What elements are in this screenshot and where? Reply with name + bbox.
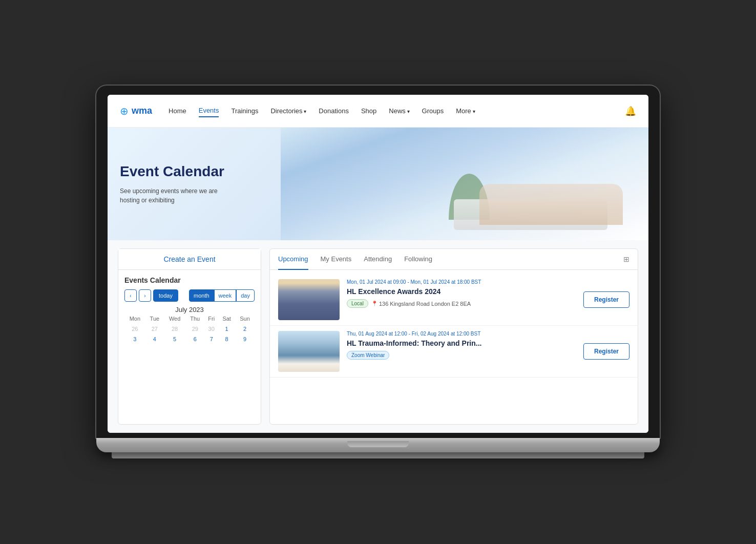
calendar-day[interactable]: 7 — [204, 334, 218, 344]
event-thumbnail-2 — [278, 331, 340, 372]
cal-header-mon: Mon — [124, 313, 145, 324]
calendar-nav-controls: ‹ › today — [124, 289, 178, 302]
hero-hands-decoration — [479, 184, 623, 225]
register-button-2[interactable]: Register — [583, 343, 629, 360]
cal-header-wed: Wed — [164, 313, 185, 324]
event-date-2: Thu, 01 Aug 2024 at 12:00 - Fri, 02 Aug … — [347, 331, 583, 337]
logo-icon: ⊕ — [120, 105, 129, 117]
cal-header-tue: Tue — [145, 313, 164, 324]
hero-image — [281, 128, 648, 240]
event-thumbnail-1 — [278, 279, 340, 320]
event-tag-local: Local — [347, 299, 368, 308]
event-address-1: 136 Kingsland Road London E2 8EA — [379, 301, 471, 307]
calendar-section: Events Calendar ‹ › today month week — [118, 270, 261, 350]
cal-header-sat: Sat — [218, 313, 235, 324]
logo[interactable]: ⊕ wma — [120, 105, 152, 117]
event-meta-1: Local 📍 136 Kingsland Road London E2 8EA — [347, 299, 583, 308]
hero-content: Event Calendar See upcoming events where… — [120, 163, 233, 205]
laptop-screen: ⊕ wma Home Events Trainings Directories … — [108, 95, 648, 433]
tab-my-events[interactable]: My Events — [321, 249, 352, 270]
calendar-prev-button[interactable]: ‹ — [124, 289, 137, 302]
calendar-month-label: July 2023 — [124, 306, 255, 313]
nav-shop[interactable]: Shop — [361, 105, 376, 117]
calendar-day-view-button[interactable]: day — [236, 289, 255, 302]
calendar-day[interactable]: 2 — [235, 324, 255, 334]
event-location-1: 📍 136 Kingsland Road London E2 8EA — [371, 301, 471, 307]
cal-header-sun: Sun — [235, 313, 255, 324]
tab-attending[interactable]: Attending — [364, 249, 392, 270]
cal-header-thu: Thu — [185, 313, 204, 324]
grid-view-icon[interactable]: ⊞ — [623, 255, 629, 263]
calendar-day[interactable]: 8 — [218, 334, 235, 344]
events-main: Upcoming My Events Attending Following ⊞ — [269, 248, 638, 425]
nav-items: Home Events Trainings Directories Donati… — [169, 104, 625, 117]
calendar-month-view-button[interactable]: month — [189, 289, 214, 302]
create-event-button[interactable]: Create an Event — [118, 249, 261, 270]
calendar-today-button[interactable]: today — [153, 289, 178, 302]
calendar-day[interactable]: 9 — [235, 334, 255, 344]
event-info-2: Thu, 01 Aug 2024 at 12:00 - Fri, 02 Aug … — [347, 331, 583, 360]
calendar-day[interactable]: 27 — [145, 324, 164, 334]
event-card-2: Thu, 01 Aug 2024 at 12:00 - Fri, 02 Aug … — [270, 326, 638, 378]
hero-banner: Event Calendar See upcoming events where… — [108, 128, 648, 240]
calendar-sidebar: Create an Event Events Calendar ‹ › toda… — [118, 248, 261, 425]
nav-events[interactable]: Events — [199, 104, 219, 117]
content-area: Create an Event Events Calendar ‹ › toda… — [108, 240, 648, 433]
events-list: Mon, 01 Jul 2024 at 09:00 - Mon, 01 Jul … — [270, 270, 638, 424]
nav-more[interactable]: More — [456, 105, 475, 117]
page: ⊕ wma Home Events Trainings Directories … — [108, 95, 648, 433]
location-pin-icon: 📍 — [371, 301, 377, 306]
calendar-day[interactable]: 6 — [185, 334, 204, 344]
calendar-week-view-button[interactable]: week — [214, 289, 237, 302]
event-meta-2: Zoom Webinar — [347, 351, 583, 360]
calendar-day[interactable]: 4 — [145, 334, 164, 344]
nav-donations[interactable]: Donations — [319, 105, 349, 117]
calendar-controls: ‹ › today month week day — [124, 289, 255, 302]
calendar-day[interactable]: 29 — [185, 324, 204, 334]
cal-header-fri: Fri — [204, 313, 218, 324]
calendar-grid: Mon Tue Wed Thu Fri Sat Sun — [124, 313, 255, 344]
laptop-base — [96, 438, 660, 452]
calendar-day[interactable]: 28 — [164, 324, 185, 334]
calendar-title: Events Calendar — [124, 276, 255, 284]
laptop-outer: ⊕ wma Home Events Trainings Directories … — [96, 86, 660, 458]
calendar-day[interactable]: 26 — [124, 324, 145, 334]
laptop-bezel: ⊕ wma Home Events Trainings Directories … — [96, 86, 660, 438]
nav-groups[interactable]: Groups — [422, 105, 444, 117]
calendar-day[interactable]: 1 — [218, 324, 235, 334]
register-button-1[interactable]: Register — [583, 291, 629, 308]
calendar-next-button[interactable]: › — [139, 289, 151, 302]
hero-subtitle: See upcoming events where we are hosting… — [120, 186, 233, 205]
nav-trainings[interactable]: Trainings — [231, 105, 258, 117]
navigation: ⊕ wma Home Events Trainings Directories … — [108, 95, 648, 128]
tab-following[interactable]: Following — [404, 249, 432, 270]
calendar-day[interactable]: 3 — [124, 334, 145, 344]
calendar-day[interactable]: 30 — [204, 324, 218, 334]
logo-text: wma — [132, 106, 152, 116]
events-tabs: Upcoming My Events Attending Following ⊞ — [270, 249, 638, 270]
laptop-bottom — [112, 452, 644, 458]
tab-upcoming[interactable]: Upcoming — [278, 249, 308, 270]
event-info-1: Mon, 01 Jul 2024 at 09:00 - Mon, 01 Jul … — [347, 279, 583, 308]
event-date-1: Mon, 01 Jul 2024 at 09:00 - Mon, 01 Jul … — [347, 279, 583, 285]
nav-directories[interactable]: Directories — [270, 105, 306, 117]
event-tag-zoom: Zoom Webinar — [347, 351, 389, 360]
event-title-1: HL Excellence Awards 2024 — [347, 287, 583, 296]
notification-bell-icon[interactable]: 🔔 — [625, 106, 636, 117]
page-title: Event Calendar — [120, 163, 233, 180]
nav-news[interactable]: News — [389, 105, 409, 117]
event-card-1: Mon, 01 Jul 2024 at 09:00 - Mon, 01 Jul … — [270, 274, 638, 326]
nav-home[interactable]: Home — [169, 105, 186, 117]
calendar-view-buttons: month week day — [189, 289, 255, 302]
event-title-2: HL Trauma-Informed: Theory and Prin... — [347, 339, 583, 348]
calendar-day[interactable]: 5 — [164, 334, 185, 344]
